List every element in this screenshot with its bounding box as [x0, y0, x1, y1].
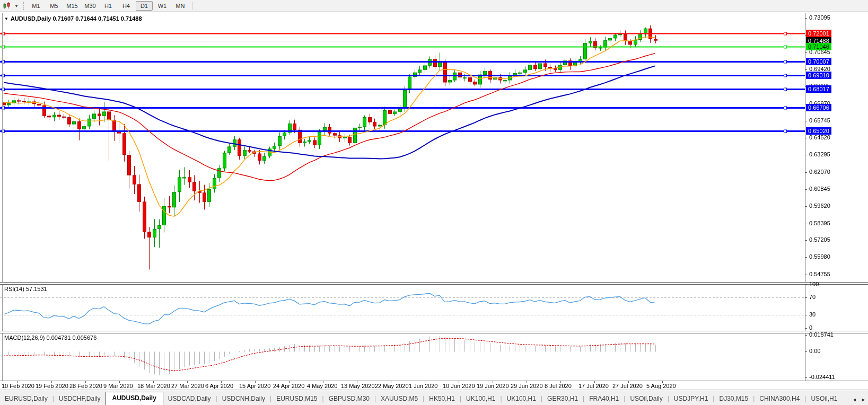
- date-axis-label: 19 Jun 2020: [477, 383, 509, 389]
- price-tag: 0.72001: [806, 30, 831, 37]
- price-axis-label: 0.57205: [809, 236, 830, 243]
- chart-tab-xauusd-m5[interactable]: XAUUSD,M5: [376, 392, 423, 405]
- macd-axis-label: 0.015741: [809, 331, 834, 338]
- axis-tick-mark: [805, 155, 807, 155]
- chart-tab-uk100-h1[interactable]: UK100,H1: [461, 392, 500, 405]
- chart-tab-usoil-daily[interactable]: USOil,Daily: [625, 392, 667, 405]
- axis-tick-mark: [805, 172, 807, 173]
- price-axis-label: 0.64520: [809, 134, 830, 141]
- price-tag: 0.68017: [806, 85, 831, 93]
- timeframe-button-H1[interactable]: H1: [100, 1, 117, 11]
- candlestick-chart-icon: [3, 2, 11, 10]
- chart-tab-usdcnh-daily[interactable]: USDCNH,Daily: [217, 392, 270, 405]
- chart-tab-eurusd-daily[interactable]: EURUSD,Daily: [0, 392, 52, 405]
- chart-left-border: [2, 13, 3, 381]
- price-axis-label: 0.54755: [809, 271, 830, 278]
- toolbar-separator: [192, 2, 193, 10]
- axis-tick-mark: [805, 121, 807, 121]
- chart-tab-eurusd-m15[interactable]: EURUSD,M15: [271, 392, 322, 405]
- collapse-icon[interactable]: ▼: [4, 16, 8, 21]
- chart-tab-fra40-h1[interactable]: FRA40,H1: [584, 392, 624, 405]
- price-tag: 0.65020: [806, 127, 831, 135]
- pane-separator[interactable]: [0, 331, 868, 333]
- chart-tab-usdchf-daily[interactable]: USDCHF,Daily: [54, 392, 106, 405]
- chart-tab-uk100-h1[interactable]: UK100,H1: [502, 392, 541, 405]
- terminal-window: ▼ M1M5M15M30H1H4D1W1MN ▼AUDUSD,Daily 0.7…: [0, 0, 868, 405]
- date-axis-label: 28 Feb 2020: [69, 383, 102, 389]
- pane-separator[interactable]: [0, 282, 868, 285]
- price-tag: 0.66706: [806, 104, 831, 111]
- axis-tick-mark: [805, 315, 807, 315]
- timeframe-button-H4[interactable]: H4: [118, 1, 135, 11]
- chart-tab-hk50-h1[interactable]: HK50,H1: [424, 392, 460, 405]
- timeframe-toolbar: ▼ M1M5M15M30H1H4D1W1MN: [0, 0, 868, 12]
- chart-title: ▼AUDUSD,Daily 0.71607 0.71644 0.71451 0.…: [4, 15, 142, 22]
- macd-indicator-label: MACD(12,26,9) 0.004731 0.005676: [4, 334, 97, 341]
- chart-tab-dj30-m15[interactable]: DJ30,M15: [714, 392, 753, 405]
- chart-tab-audusd-daily[interactable]: AUDUSD,Daily: [106, 392, 163, 405]
- timeframe-button-W1[interactable]: W1: [154, 1, 171, 11]
- price-tag: 0.69010: [806, 72, 831, 79]
- axis-tick-mark: [805, 351, 807, 352]
- chart-tab-gbpusd-m30[interactable]: GBPUSD,M30: [324, 392, 374, 405]
- chart-type-button[interactable]: [2, 1, 12, 11]
- macd-axis-label: -0.024411: [809, 374, 835, 381]
- chart-tab-usoil-h1[interactable]: USOil,H1: [806, 392, 842, 405]
- date-axis-label: 8 Jul 2020: [545, 383, 572, 389]
- chart-tab-usdcad-daily[interactable]: USDCAD,Daily: [163, 392, 216, 405]
- chart-workspace: ▼AUDUSD,Daily 0.71607 0.71644 0.71451 0.…: [0, 12, 868, 390]
- date-axis-label: 6 Apr 2020: [205, 383, 233, 389]
- timeframe-button-M1[interactable]: M1: [28, 1, 45, 11]
- date-axis-label: 19 Feb 2020: [36, 383, 68, 389]
- date-axis-label: 9 Mar 2020: [103, 383, 133, 389]
- axis-tick-mark: [805, 18, 807, 19]
- chart-tabs: EURUSD,Daily|USDCHF,DailyAUDUSD,DailyUSD…: [0, 390, 850, 405]
- axis-tick-mark: [805, 69, 807, 70]
- timeframe-buttons: M1M5M15M30H1H4D1W1MN: [27, 1, 189, 11]
- date-axis-label: 10 Feb 2020: [2, 383, 34, 389]
- date-axis-label: 1 Jun 2020: [409, 383, 437, 389]
- axis-tick-mark: [805, 297, 807, 298]
- main-price-chart-canvas[interactable]: [0, 13, 805, 282]
- date-axis-label: 10 Jun 2020: [443, 383, 475, 389]
- chart-type-dropdown-icon[interactable]: ▼: [12, 4, 21, 8]
- macd-indicator-canvas[interactable]: [0, 332, 805, 381]
- date-axis-label: 17 Jul 2020: [578, 383, 609, 389]
- rsi-axis-label: 30: [809, 311, 816, 318]
- toolbar-grip: [23, 2, 24, 10]
- axis-tick-mark: [805, 206, 807, 207]
- price-axis-label: 0.62070: [809, 169, 830, 175]
- timeframe-button-MN[interactable]: MN: [172, 1, 189, 11]
- timeframe-button-D1[interactable]: D1: [136, 1, 153, 11]
- timeframe-button-M15[interactable]: M15: [64, 1, 81, 11]
- rsi-axis-label: 100: [809, 281, 819, 288]
- chart-tab-china300-h4[interactable]: CHINA300,H4: [755, 392, 804, 405]
- date-axis-label: 22 May 2020: [375, 383, 409, 389]
- date-axis-label: 27 Mar 2020: [171, 383, 204, 389]
- date-axis-label: 5 Aug 2020: [646, 383, 676, 389]
- price-tag: 0.71046: [806, 43, 831, 50]
- chart-symbol-label: AUDUSD,Daily: [11, 15, 51, 22]
- price-axis-label: 0.59620: [809, 202, 830, 209]
- date-axis-label: 4 May 2020: [307, 383, 337, 389]
- date-axis-label: 27 Jul 2020: [612, 383, 643, 389]
- rsi-axis-label: 70: [809, 294, 816, 301]
- tabs-scroll-left-icon[interactable]: ◄: [850, 394, 859, 405]
- price-axis-label: 0.65745: [809, 117, 830, 124]
- chart-tab-usdjpy-h1[interactable]: USDJPY,H1: [669, 392, 713, 405]
- date-axis-label: 24 Apr 2020: [273, 383, 304, 389]
- timeframe-button-M30[interactable]: M30: [82, 1, 99, 11]
- date-axis-label: 18 Mar 2020: [137, 383, 170, 389]
- date-axis-label: 15 Apr 2020: [239, 383, 270, 389]
- chart-tab-bar: EURUSD,Daily|USDCHF,DailyAUDUSD,DailyUSD…: [0, 390, 868, 405]
- price-axis-label: 0.55980: [809, 253, 830, 260]
- tabs-scroll-right-icon[interactable]: ►: [859, 394, 868, 405]
- price-axis-label: 0.60845: [809, 186, 830, 192]
- axis-tick-mark: [805, 189, 807, 190]
- timeframe-button-M5[interactable]: M5: [46, 1, 63, 11]
- rsi-indicator-canvas[interactable]: [0, 284, 805, 331]
- axis-tick-mark: [805, 138, 807, 138]
- price-axis-label: 0.63295: [809, 151, 830, 158]
- price-axis-label: 0.58395: [809, 220, 830, 227]
- chart-tab-ger30-h1[interactable]: GER30,H1: [542, 392, 583, 405]
